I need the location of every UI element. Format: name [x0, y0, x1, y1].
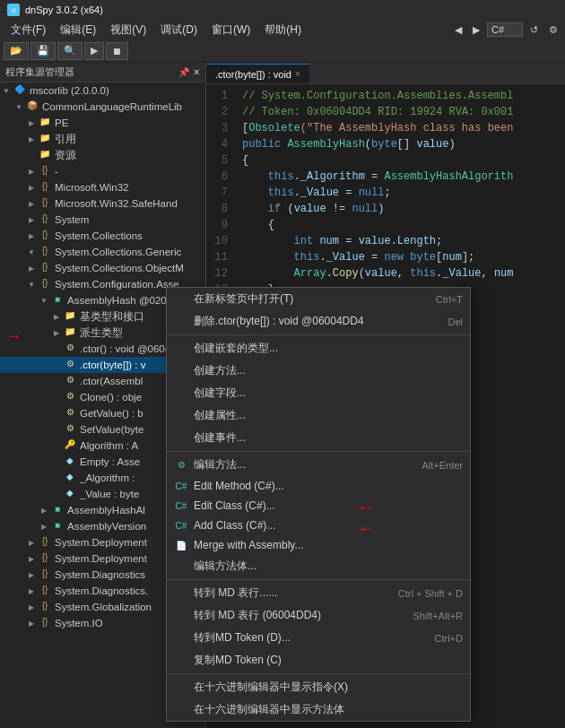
- tree-item[interactable]: ▶{}System.Collections.ObjectM: [0, 260, 205, 276]
- tree-arrow-icon: ▶: [25, 571, 38, 579]
- line-number: 6: [206, 169, 239, 185]
- line-content: // Token: 0x06004DD4 RID: 19924 RVA: 0x0…: [239, 104, 565, 120]
- panel-pin-icon[interactable]: 📌: [178, 67, 189, 77]
- line-content: int num = value.Length;: [239, 233, 565, 249]
- tree-arrow-icon: ▼: [25, 248, 38, 256]
- tree-item[interactable]: ▶{}Microsoft.Win32.SafeHand: [0, 195, 205, 212]
- ctx-item-edit-class-csharp[interactable]: C#Edit Class (C#)...: [167, 496, 470, 516]
- tree-node-label: Microsoft.Win32.SafeHand: [55, 198, 178, 209]
- code-line: 7 this._Value = null;: [206, 185, 565, 201]
- ctx-item-goto-md-token[interactable]: 转到MD Token (D)...Ctrl+D: [167, 627, 470, 649]
- line-number: 7: [206, 185, 239, 201]
- tree-arrow-icon: ▶: [25, 135, 38, 143]
- code-line: 4public AssemblyHash(byte[] value): [206, 136, 565, 152]
- tree-arrow-icon: ▶: [25, 587, 38, 595]
- menu-window[interactable]: 窗口(W): [204, 21, 257, 39]
- ctx-item-hex-method[interactable]: 在十六进制编辑器中显示方法体: [167, 698, 470, 721]
- tree-item[interactable]: ▶{}-: [0, 163, 205, 179]
- line-content: // System.Configuration.Assemblies.Assem…: [239, 88, 565, 104]
- line-number: 12: [206, 265, 239, 282]
- tree-item[interactable]: ▶{}System.Collections: [0, 228, 205, 244]
- toolbar-stop[interactable]: ⏹: [106, 42, 128, 60]
- tree-node-label: System.Collections.Generic: [55, 247, 181, 257]
- tree-node-label: System.Diagnostics.: [55, 585, 148, 596]
- code-line: 5{: [206, 152, 565, 169]
- tree-node-icon: 📦: [25, 100, 39, 113]
- tree-item[interactable]: ▶📁PE: [0, 115, 205, 131]
- tree-node-label: Clone() : obje: [80, 392, 142, 403]
- line-content: {: [239, 152, 565, 169]
- toolbar-search[interactable]: 🔍: [57, 42, 83, 60]
- title-bar: d dnSpy 3.0.2 (x64): [0, 0, 565, 20]
- tree-item[interactable]: ▶{}Microsoft.Win32: [0, 179, 205, 195]
- menu-help[interactable]: 帮助(H): [257, 21, 309, 39]
- tree-item[interactable]: ▶{}System: [0, 212, 205, 228]
- ctx-item-label: 转到MD Token (D)...: [194, 630, 430, 646]
- tree-node-label: System.Collections.ObjectM: [55, 263, 184, 273]
- tree-arrow-icon: ▶: [25, 539, 38, 547]
- ctx-item-label: 转到 MD 表行 (06004DD4): [194, 608, 407, 623]
- ctx-item-icon: ⚙: [174, 460, 188, 470]
- forward-button[interactable]: ▶: [469, 23, 483, 37]
- tree-arrow-icon: ▶: [25, 264, 38, 273]
- tree-item[interactable]: ▼📦CommonLanguageRuntimeLib: [0, 99, 205, 115]
- ctx-item-shortcut: Ctrl+D: [435, 633, 463, 644]
- tree-item[interactable]: ▼{}System.Collections.Generic: [0, 244, 205, 260]
- ctx-item-edit-method2[interactable]: 编辑方法体...: [167, 555, 470, 577]
- ctx-item-hex-instruction[interactable]: 在十六进制编辑器中显示指令(X): [167, 676, 470, 698]
- ctx-item-create-nested[interactable]: 创建嵌套的类型...: [167, 337, 470, 360]
- toolbar-open[interactable]: 📂: [4, 42, 29, 60]
- code-line: 12 Array.Copy(value, this._Value, num: [206, 265, 565, 282]
- tab-close-icon[interactable]: ×: [295, 69, 300, 79]
- tree-node-icon: 📁: [38, 117, 52, 129]
- tree-node-label: System.IO: [55, 618, 103, 628]
- settings-button[interactable]: ⚙: [545, 23, 561, 37]
- ctx-item-create-field[interactable]: 创建字段...: [167, 382, 470, 404]
- ctx-item-edit-method-cs[interactable]: ⚙编辑方法...Alt+Enter: [167, 454, 470, 476]
- menu-file[interactable]: 文件(F): [4, 21, 53, 39]
- tab-label: .ctor(byte[]) : void: [215, 69, 291, 80]
- menu-edit[interactable]: 编辑(E): [53, 21, 103, 39]
- tree-item[interactable]: ▶📁引用: [0, 131, 205, 147]
- ctx-item-goto-md-row2[interactable]: 转到 MD 表行 (06004DD4)Shift+Alt+R: [167, 604, 470, 627]
- tree-item[interactable]: 📁资源: [0, 147, 205, 163]
- ctx-item-add-class[interactable]: C#Add Class (C#)...: [167, 516, 470, 535]
- ctx-item-create-method[interactable]: 创建方法...: [167, 360, 470, 382]
- ctx-item-label: 创建字段...: [194, 386, 463, 401]
- tree-item[interactable]: ▼🔷mscorlib (2.0.0.0): [0, 82, 205, 99]
- refresh-button[interactable]: ↺: [526, 23, 542, 37]
- toolbar-save[interactable]: 💾: [30, 42, 56, 60]
- menu-view[interactable]: 视图(V): [103, 21, 153, 39]
- ctx-item-label: 编辑方法体...: [194, 559, 463, 574]
- line-number: 3: [206, 120, 239, 136]
- ctx-item-copy-md-token[interactable]: 复制MD Token (C): [167, 649, 470, 672]
- ctx-item-shortcut: Shift+Alt+R: [413, 611, 463, 621]
- tab-main[interactable]: .ctor(byte[]) : void ×: [206, 64, 310, 83]
- ctx-item-create-prop[interactable]: 创建属性...: [167, 404, 470, 427]
- tree-node-icon: 🔑: [63, 439, 77, 452]
- ctx-item-label: Add Class (C#)...: [194, 519, 463, 532]
- menu-debug[interactable]: 调试(D): [153, 21, 204, 39]
- line-number: 2: [206, 104, 239, 120]
- ctx-item-goto-md-row[interactable]: 转到 MD 表行......Ctrl + Shift + D: [167, 582, 470, 604]
- ctx-item-delete[interactable]: 删除.ctor(byte[]) : void @06004DD4Del: [167, 310, 470, 333]
- ctx-item-open-new-tab[interactable]: 在新标签页中打开(T)Ctrl+T: [167, 288, 470, 310]
- tree-node-icon: 📁: [38, 133, 52, 145]
- ctx-item-icon: C#: [174, 521, 188, 531]
- ctx-item-create-event[interactable]: 创建事件...: [167, 427, 470, 449]
- tree-arrow-icon: ▶: [50, 313, 63, 321]
- toolbar-run[interactable]: ▶: [84, 42, 104, 60]
- line-content: Array.Copy(value, this._Value, num: [239, 265, 565, 282]
- tree-node-icon: 📁: [38, 149, 52, 161]
- tree-arrow-icon: ▶: [25, 232, 38, 240]
- tree-arrow-icon: ▶: [38, 523, 50, 531]
- tree-node-icon: {}: [38, 552, 52, 565]
- code-line: 2// Token: 0x06004DD4 RID: 19924 RVA: 0x…: [206, 104, 565, 120]
- tree-node-icon: {}: [38, 230, 52, 242]
- language-input[interactable]: [487, 22, 523, 37]
- ctx-item-merge[interactable]: 📄Merge with Assembly...: [167, 535, 470, 555]
- back-button[interactable]: ◀: [451, 23, 465, 37]
- panel-close-icon[interactable]: ✕: [193, 67, 200, 77]
- tree-arrow-icon: ▶: [25, 119, 38, 127]
- ctx-item-edit-method-csharp[interactable]: C#Edit Method (C#)...: [167, 476, 470, 496]
